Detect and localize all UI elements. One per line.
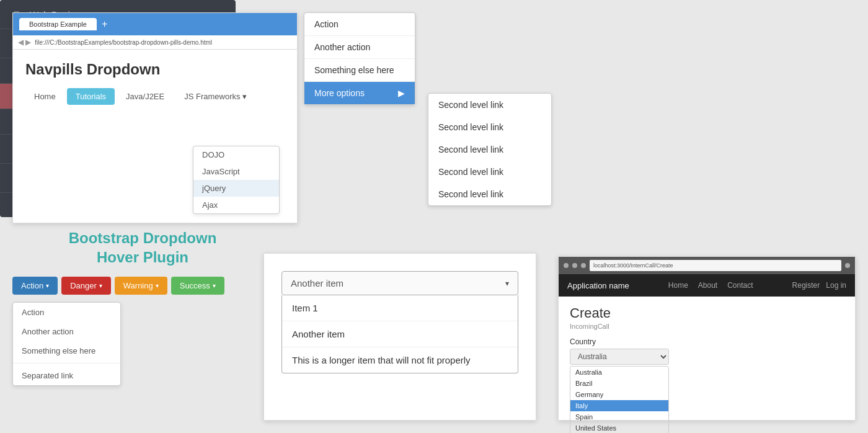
button-group-row: Action ▾ Danger ▾ Warning ▾ Success ▾	[12, 277, 273, 295]
browser-nav-arrows: ◀ ▶	[18, 38, 31, 47]
second-level-link-3[interactable]: Second level link	[428, 138, 551, 161]
primary-dropdown: Action Another action Something else her…	[304, 12, 415, 105]
second-level-link-2[interactable]: Second level link	[428, 116, 551, 138]
navpills-nav: Home Tutorials Java/J2EE JS Frameworks ▾	[25, 88, 285, 105]
create-topnav: Application name Home About Contact Regi…	[559, 274, 855, 297]
select-current-value: Another item	[291, 278, 343, 288]
browser-tab[interactable]: Bootstrap Example	[19, 18, 97, 30]
listbox-item-brazil[interactable]: Brazil	[570, 378, 668, 389]
create-form-panel: localhost:3000/InternCall/Create Applica…	[558, 256, 856, 421]
hover-dd-separated-link[interactable]: Separated link	[13, 366, 120, 385]
topnav-home[interactable]: Home	[668, 281, 688, 290]
listbox-item-unitedstates[interactable]: United States	[570, 422, 668, 433]
browser-dot-1	[564, 263, 569, 268]
nav-item-home[interactable]: Home	[25, 88, 64, 105]
browser-dot-2	[572, 263, 577, 268]
secondary-dropdown: Second level link Second level link Seco…	[428, 93, 552, 206]
select-item-longer[interactable]: This is a longer item that will not fit …	[282, 347, 518, 373]
select-dropdown-list: Item 1 Another item This is a longer ite…	[281, 295, 518, 373]
select-box[interactable]: Another item ▾	[281, 271, 518, 295]
second-level-link-1[interactable]: Second level link	[428, 94, 551, 116]
plugin-title-line1: Bootstrap Dropdown	[69, 230, 217, 246]
hover-dd-action[interactable]: Action	[13, 303, 120, 322]
plugin-title: Bootstrap Dropdown Hover Plugin	[12, 228, 273, 267]
dd-another-action[interactable]: Another action	[304, 36, 415, 59]
country-select[interactable]: Australia	[570, 349, 669, 365]
nav-item-tutorials[interactable]: Tutorials	[67, 88, 115, 105]
hover-dropdown-menu: Action Another action Something else her…	[12, 302, 121, 386]
select-dropdown-panel: Another item ▾ Item 1 Another item This …	[264, 253, 536, 421]
second-level-link-4[interactable]: Second level link	[428, 161, 551, 183]
nav-item-java[interactable]: Java/J2EE	[117, 88, 173, 105]
dd-something-else[interactable]: Something else here	[304, 59, 415, 82]
create-page-title: Create	[570, 305, 844, 321]
browser-address-bar: ◀ ▶ file:///C:/BootstrapExamples/bootstr…	[13, 35, 297, 50]
select-item-another[interactable]: Another item	[282, 321, 518, 347]
danger-button[interactable]: Danger ▾	[61, 277, 111, 295]
topnav-contact[interactable]: Contact	[727, 281, 753, 290]
multilevel-dropdown-panel: Action Another action Something else her…	[304, 12, 570, 236]
dd-action[interactable]: Action	[304, 13, 415, 36]
create-form-body: Create IncomingCall Country Australia Au…	[559, 297, 855, 433]
topnav-login[interactable]: Log in	[826, 281, 846, 290]
create-browser-addr: localhost:3000/InternCall/Create	[590, 260, 841, 271]
country-label: Country	[570, 337, 844, 346]
dd-item-ajax[interactable]: Ajax	[193, 197, 279, 213]
success-caret-icon: ▾	[213, 282, 216, 289]
dd-item-javascript[interactable]: JavaScript	[193, 163, 279, 180]
create-browser-bar: localhost:3000/InternCall/Create	[559, 257, 855, 274]
create-breadcrumb: IncomingCall	[570, 323, 844, 330]
navpills-panel: Bootstrap Example + ◀ ▶ file:///C:/Boots…	[12, 12, 298, 223]
navpills-content: Navpills Dropdown Home Tutorials Java/J2…	[13, 50, 297, 123]
hover-dd-another-action[interactable]: Another action	[13, 322, 120, 341]
topnav-links: Home About Contact	[668, 281, 753, 290]
plugin-title-line2: Hover Plugin	[97, 249, 188, 266]
navpills-title: Navpills Dropdown	[25, 61, 285, 78]
new-tab-icon[interactable]: +	[102, 19, 107, 30]
listbox-item-italy[interactable]: Italy	[570, 400, 668, 411]
dropdown-divider	[13, 363, 120, 364]
second-level-link-5[interactable]: Second level link	[428, 183, 551, 205]
hover-plugin-panel: Bootstrap Dropdown Hover Plugin Action ▾…	[12, 228, 273, 421]
warning-button[interactable]: Warning ▾	[115, 277, 167, 295]
topnav-about[interactable]: About	[698, 281, 717, 290]
dropdown-caret-icon: ▾	[242, 92, 247, 101]
country-listbox: Australia Brazil Germany Italy Spain Uni…	[570, 366, 669, 433]
hover-dd-something-else[interactable]: Something else here	[13, 341, 120, 360]
more-options-label: More options	[314, 88, 365, 98]
action-caret-icon: ▾	[46, 282, 49, 289]
select-arrow-icon: ▾	[505, 279, 509, 288]
success-button[interactable]: Success ▾	[171, 277, 224, 295]
app-name: Application name	[567, 281, 629, 290]
country-select-wrap: Australia Australia Brazil Germany Italy…	[570, 349, 844, 433]
browser-dot-3	[581, 263, 586, 268]
listbox-item-spain[interactable]: Spain	[570, 411, 668, 422]
browser-url: file:///C:/BootstrapExamples/bootstrap-d…	[35, 39, 212, 46]
dd-item-jquery[interactable]: jQuery	[193, 180, 279, 197]
browser-dot-4	[845, 263, 850, 268]
navpills-dropdown-menu: DOJO JavaScript jQuery Ajax	[193, 146, 280, 214]
select-item-1[interactable]: Item 1	[282, 295, 518, 321]
browser-chrome-bar: Bootstrap Example +	[13, 13, 297, 35]
dd-more-options[interactable]: More options ▶	[304, 82, 415, 104]
listbox-item-australia[interactable]: Australia	[570, 367, 668, 378]
listbox-item-germany[interactable]: Germany	[570, 389, 668, 400]
action-button[interactable]: Action ▾	[12, 277, 58, 295]
topnav-actions: Register Log in	[792, 281, 846, 290]
danger-caret-icon: ▾	[99, 282, 102, 289]
dd-item-dojo[interactable]: DOJO	[193, 146, 279, 163]
submenu-arrow-icon: ▶	[398, 88, 405, 98]
nav-item-jsframeworks[interactable]: JS Frameworks ▾	[175, 88, 255, 105]
topnav-register[interactable]: Register	[792, 281, 820, 290]
warning-caret-icon: ▾	[156, 282, 159, 289]
